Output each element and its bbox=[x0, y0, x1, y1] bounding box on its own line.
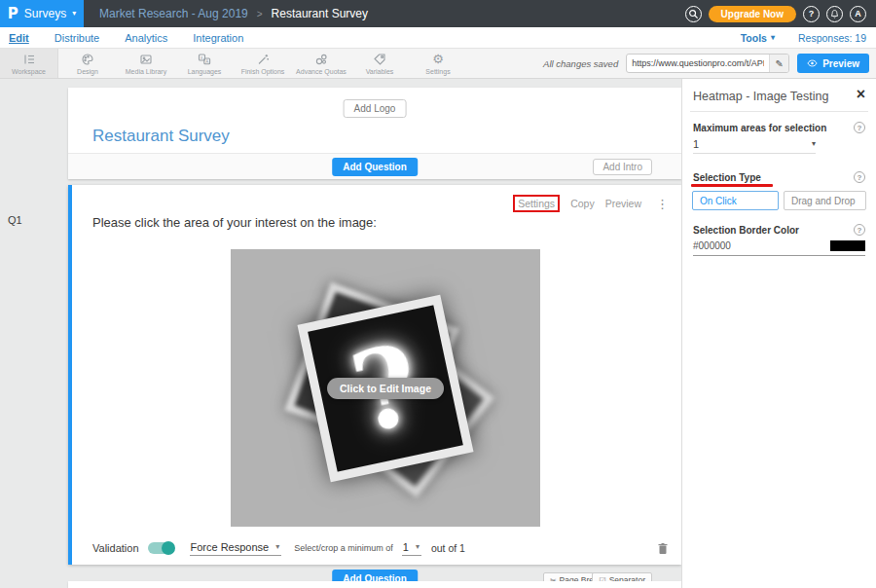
trash-icon bbox=[657, 542, 669, 555]
topbar-actions: Upgrade Now ? A bbox=[685, 6, 876, 22]
image-icon bbox=[139, 53, 153, 67]
tools-label: Tools bbox=[741, 32, 767, 44]
pencil-icon: ✎ bbox=[775, 58, 783, 69]
border-color-input[interactable]: #000000 bbox=[693, 240, 865, 256]
notifications-button[interactable] bbox=[826, 6, 843, 22]
chevron-down-icon: ▾ bbox=[416, 543, 420, 551]
panel-divider bbox=[690, 111, 868, 112]
tab-edit[interactable]: Edit bbox=[9, 32, 29, 44]
autosave-status: All changes saved bbox=[543, 58, 618, 69]
toolbar-item-languages[interactable]: xA Languages bbox=[175, 49, 234, 78]
minimum-select-label: Select/crop a minimum of bbox=[294, 543, 393, 553]
breadcrumb-survey-link[interactable]: Market Research - Aug 2019 bbox=[99, 7, 248, 20]
nav-right: Tools ▾ Responses: 19 bbox=[741, 32, 876, 44]
chevron-down-icon: ▾ bbox=[771, 34, 775, 42]
translate-icon: xA bbox=[198, 53, 211, 67]
responses-count[interactable]: Responses: 19 bbox=[798, 32, 866, 44]
eye-icon bbox=[807, 59, 818, 67]
question-card: Settings Copy Preview ⋮ Please click the… bbox=[68, 185, 681, 565]
kebab-menu-icon[interactable]: ⋮ bbox=[652, 197, 669, 211]
response-type-select[interactable]: Force Response ▾ bbox=[190, 541, 282, 556]
svg-text:A: A bbox=[205, 59, 209, 64]
search-icon bbox=[688, 9, 699, 19]
max-areas-label: Maximum areas for selection bbox=[693, 123, 826, 133]
breadcrumb: Market Research - Aug 2019 > Restaurant … bbox=[99, 7, 368, 20]
toolbar-item-advance-quotas[interactable]: Advance Quotas bbox=[292, 49, 350, 78]
toolbar-item-variables[interactable]: Variables bbox=[350, 49, 409, 78]
surveys-menu[interactable]: P Surveys ▾ bbox=[0, 0, 84, 27]
toolbar-item-finish-options[interactable]: Finish Options bbox=[234, 49, 292, 78]
on-click-option[interactable]: On Click bbox=[692, 191, 779, 210]
selection-type-label: Selection Type bbox=[693, 172, 761, 183]
survey-toolbar: Workspace Design Media Library xA Langua… bbox=[0, 49, 876, 79]
survey-url-box: ✎ bbox=[626, 54, 789, 73]
delete-question-button[interactable] bbox=[657, 542, 669, 555]
question-text[interactable]: Please click the area of your interest o… bbox=[92, 215, 377, 230]
add-intro-button[interactable]: Add Intro bbox=[593, 159, 652, 175]
add-logo-button[interactable]: Add Logo bbox=[344, 99, 407, 118]
top-bar: P Surveys ▾ Market Research - Aug 2019 >… bbox=[0, 0, 876, 27]
toggle-knob bbox=[162, 541, 175, 555]
survey-header-footer: Add Question Add Intro bbox=[68, 153, 681, 179]
quota-gears-icon bbox=[314, 53, 328, 67]
click-to-edit-image-button[interactable]: Click to Edit Image bbox=[327, 378, 444, 399]
annotation-underline bbox=[691, 184, 773, 187]
search-button[interactable] bbox=[685, 6, 702, 22]
svg-text:x: x bbox=[201, 55, 203, 60]
gear-icon: ⚙ bbox=[432, 53, 444, 67]
toolbar-item-design[interactable]: Design bbox=[58, 49, 117, 78]
tab-integration[interactable]: Integration bbox=[193, 32, 243, 44]
preview-button[interactable]: Preview bbox=[797, 54, 869, 73]
tab-distribute[interactable]: Distribute bbox=[55, 32, 99, 44]
validation-label: Validation bbox=[92, 542, 139, 554]
question-copy-button[interactable]: Copy bbox=[570, 198, 595, 209]
upgrade-now-button[interactable]: Upgrade Now bbox=[709, 6, 796, 22]
question-preview-button[interactable]: Preview bbox=[605, 198, 641, 209]
breadcrumb-current-page: Restaurant Survey bbox=[272, 7, 368, 20]
bell-icon bbox=[829, 9, 840, 19]
out-of-label: out of 1 bbox=[431, 542, 465, 554]
border-color-value: #000000 bbox=[693, 240, 731, 251]
toolbar-item-media-library[interactable]: Media Library bbox=[117, 49, 175, 78]
survey-header-card: Add Logo Restaurant Survey Add Question … bbox=[68, 88, 681, 179]
survey-url-input[interactable] bbox=[627, 58, 769, 68]
validation-row: Validation Force Response ▾ Select/crop … bbox=[92, 537, 669, 559]
color-swatch[interactable] bbox=[830, 240, 865, 251]
breadcrumb-separator: > bbox=[257, 9, 263, 19]
border-color-label: Selection Border Color bbox=[693, 225, 799, 236]
edit-url-button[interactable]: ✎ bbox=[769, 55, 788, 72]
magic-wand-icon bbox=[256, 53, 270, 67]
max-areas-select[interactable]: 1 ▾ bbox=[693, 138, 816, 154]
next-card-edge bbox=[68, 581, 681, 588]
toolbar-right: All changes saved ✎ Preview bbox=[543, 49, 876, 78]
minimum-value-select[interactable]: 1 ▾ bbox=[402, 541, 421, 556]
chevron-down-icon: ▾ bbox=[812, 140, 816, 148]
help-icon[interactable]: ? bbox=[854, 122, 865, 133]
questionpro-logo-icon: P bbox=[8, 5, 18, 22]
drag-and-drop-option[interactable]: Drag and Drop bbox=[784, 191, 866, 210]
add-question-button-top[interactable]: Add Question bbox=[332, 158, 418, 176]
panel-title: Heatmap - Image Testing bbox=[693, 90, 828, 103]
survey-title[interactable]: Restaurant Survey bbox=[92, 127, 230, 146]
tab-analytics[interactable]: Analytics bbox=[125, 32, 167, 44]
help-button[interactable]: ? bbox=[803, 6, 820, 22]
toolbar-item-settings[interactable]: ⚙ Settings bbox=[409, 49, 467, 78]
product-name: Surveys bbox=[24, 7, 66, 20]
validation-toggle[interactable] bbox=[148, 542, 174, 554]
help-icon[interactable]: ? bbox=[854, 224, 865, 236]
question-settings-panel: Heatmap - Image Testing × Maximum areas … bbox=[681, 79, 876, 588]
tag-icon bbox=[373, 53, 386, 67]
palette-icon bbox=[81, 53, 94, 67]
help-icon[interactable]: ? bbox=[854, 171, 865, 183]
tools-dropdown[interactable]: Tools ▾ bbox=[741, 32, 775, 44]
question-number-label: Q1 bbox=[8, 214, 22, 226]
account-avatar[interactable]: A bbox=[850, 6, 866, 22]
question-settings-button[interactable]: Settings bbox=[513, 195, 560, 212]
heatmap-image-placeholder[interactable]: ? Click to Edit Image bbox=[231, 249, 540, 527]
chevron-down-icon: ▾ bbox=[72, 10, 76, 18]
close-icon[interactable]: × bbox=[857, 87, 865, 102]
preview-label: Preview bbox=[822, 58, 859, 69]
main-nav: Edit Distribute Analytics Integration To… bbox=[0, 27, 876, 49]
toolbar-item-workspace[interactable]: Workspace bbox=[0, 49, 58, 78]
workspace-icon bbox=[22, 53, 36, 67]
